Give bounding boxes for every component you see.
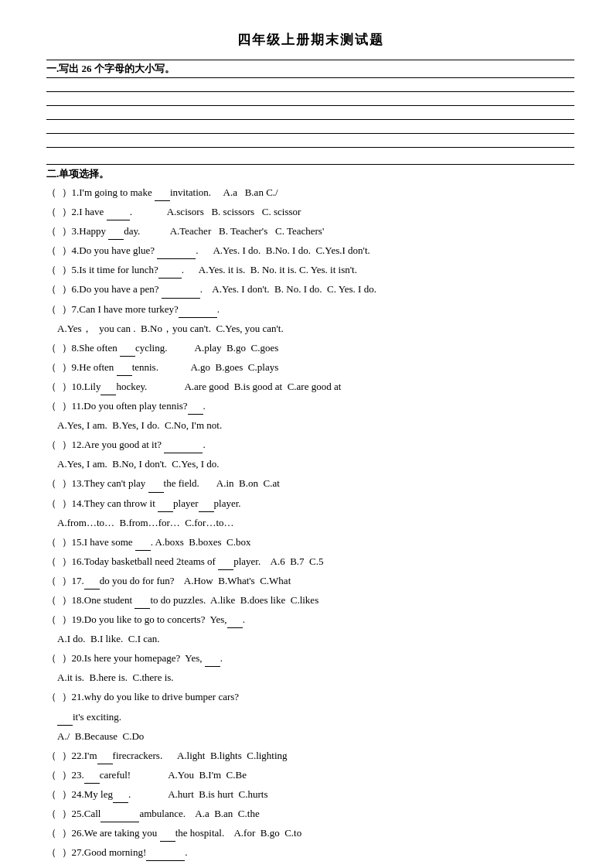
q-text: 3.Happy day. A.Teacher B. Teacher's C. T… — [72, 223, 325, 240]
q-bracket: （ ） — [46, 689, 72, 706]
q-text: 9.He often tennis. A.go B.goes C.plays — [72, 359, 279, 376]
question-20-options: A.it is. B.here is. C.there is. — [57, 669, 574, 686]
q-bracket: （ ） — [46, 281, 72, 298]
q-bracket: （ ） — [46, 436, 72, 453]
q-bracket: （ ） — [46, 223, 72, 240]
page-title: 四年级上册期末测试题 — [46, 31, 574, 49]
q-text: 7.Can I have more turkey?. — [72, 301, 220, 318]
q-bracket: （ ） — [46, 359, 72, 376]
q-bracket: （ ） — [46, 611, 72, 628]
question-1: （ ） 1.I'm going to make invitation. A.a … — [46, 184, 574, 201]
question-5: （ ） 5.Is it time for lunch?. A.Yes. it i… — [46, 261, 574, 279]
q-text: 23.careful! A.You B.I'm C.Be — [72, 767, 247, 784]
q-bracket: （ ） — [46, 261, 72, 279]
q-bracket: （ ） — [46, 378, 72, 395]
q-bracket: （ ） — [46, 825, 72, 842]
question-12-options: A.Yes, I am. B.No, I don't. C.Yes, I do. — [57, 456, 574, 473]
q-text: 5.Is it time for lunch?. A.Yes. it is. B… — [72, 261, 357, 279]
question-23: （ ） 23.careful! A.You B.I'm C.Be — [46, 767, 574, 784]
q-bracket: （ ） — [46, 650, 72, 667]
q-bracket: （ ） — [46, 747, 72, 764]
question-21: （ ） 21.why do you like to drive bumper c… — [46, 689, 574, 706]
question-14: （ ） 14.They can throw it playerplayer. — [46, 495, 574, 512]
q-bracket: （ ） — [46, 767, 72, 784]
section2-header: 二.单项选择。 — [46, 164, 574, 181]
q-text: 21.why do you like to drive bumper cars? — [72, 689, 240, 706]
q-text: 4.Do you have glue? . A.Yes. I do. B.No.… — [72, 242, 370, 259]
q-bracket: （ ） — [46, 475, 72, 492]
question-6: （ ） 6.Do you have a pen? . A.Yes. I don'… — [46, 281, 574, 298]
q-text: 6.Do you have a pen? . A.Yes. I don't. B… — [72, 281, 376, 298]
q-text: 15.I have some . A.boxs B.boxes C.box — [72, 534, 251, 551]
q-bracket: （ ） — [46, 398, 72, 415]
question-9: （ ） 9.He often tennis. A.go B.goes C.pla… — [46, 359, 574, 376]
q-text: 2.I have . A.scisors B. scissors C. scis… — [72, 203, 301, 220]
q-text: 20.Is here your homepage? Yes, . — [72, 650, 223, 667]
q-text: 24.My leg. A.hurt B.is hurt C.hurts — [72, 786, 268, 803]
question-11: （ ） 11.Do you often play tennis?. — [46, 398, 574, 415]
q-bracket: （ ） — [46, 242, 72, 259]
q-text: 26.We are taking you the hospital. A.for… — [72, 825, 302, 842]
question-18: （ ） 18.One student to do puzzles. A.like… — [46, 592, 574, 609]
section1-header: 一.写出 26 个字母的大小写。 — [46, 60, 574, 76]
q-bracket: （ ） — [46, 786, 72, 803]
q-text: 25.Callambulance. A.a B.an C.the — [72, 805, 260, 822]
q-text: 13.They can't play the field. A.in B.on … — [72, 475, 280, 492]
question-21-blank: it's exciting. — [57, 709, 574, 726]
question-10: （ ） 10.Lilyhockey. A.are good B.is good … — [46, 378, 574, 395]
question-19: （ ） 19.Do you like to go to concerts? Ye… — [46, 611, 574, 628]
question-8: （ ） 8.She often cycling. A.play B.go C.g… — [46, 340, 574, 357]
question-7-options: A.Yes， you can . B.No，you can't. C.Yes, … — [57, 320, 574, 337]
q-text: 17.do you do for fun? A.How B.What's C.W… — [72, 572, 291, 589]
q-text: 10.Lilyhockey. A.are good B.is good at C… — [72, 378, 342, 395]
q-text: 18.One student to do puzzles. A.like B.d… — [72, 592, 319, 609]
question-25: （ ） 25.Callambulance. A.a B.an C.the — [46, 805, 574, 822]
question-17: （ ） 17.do you do for fun? A.How B.What's… — [46, 572, 574, 589]
q-text: 16.Today basketball need 2teams of playe… — [72, 553, 324, 570]
question-14-options: A.from…to… B.from…for… C.for…to… — [57, 514, 574, 531]
question-15: （ ） 15.I have some . A.boxs B.boxes C.bo… — [46, 534, 574, 551]
question-27-options: A.Hello. B.Goodbye! C.Good morning! — [57, 863, 574, 868]
q-bracket: （ ） — [46, 340, 72, 357]
question-16: （ ） 16.Today basketball need 2teams of p… — [46, 553, 574, 570]
q-text: 27.Good morning!. — [72, 844, 188, 861]
q-bracket: （ ） — [46, 592, 72, 609]
question-4: （ ） 4.Do you have glue? . A.Yes. I do. B… — [46, 242, 574, 259]
question-2: （ ） 2.I have . A.scisors B. scissors C. … — [46, 203, 574, 220]
question-27: （ ） 27.Good morning!. — [46, 844, 574, 861]
q-bracket: （ ） — [46, 203, 72, 220]
question-21-options: A./ B.Because C.Do — [57, 728, 574, 745]
question-20: （ ） 20.Is here your homepage? Yes, . — [46, 650, 574, 667]
q-text: 12.Are you good at it? . — [72, 436, 206, 453]
q-text: 14.They can throw it playerplayer. — [72, 495, 241, 512]
q-bracket: （ ） — [46, 495, 72, 512]
q-text: 1.I'm going to make invitation. A.a B.an… — [72, 184, 278, 201]
question-11-options: A.Yes, I am. B.Yes, I do. C.No, I'm not. — [57, 417, 574, 434]
alphabet-lines — [46, 77, 574, 161]
q-bracket: （ ） — [46, 805, 72, 822]
questions-list: （ ） 1.I'm going to make invitation. A.a … — [46, 184, 574, 868]
question-3: （ ） 3.Happy day. A.Teacher B. Teacher's … — [46, 223, 574, 240]
q-text: 8.She often cycling. A.play B.go C.goes — [72, 340, 279, 357]
q-bracket: （ ） — [46, 184, 72, 201]
question-7: （ ） 7.Can I have more turkey?. — [46, 301, 574, 318]
q-text: 22.I'mfirecrackers. A.light B.lights C.l… — [72, 747, 288, 764]
question-22: （ ） 22.I'mfirecrackers. A.light B.lights… — [46, 747, 574, 764]
q-bracket: （ ） — [46, 301, 72, 318]
question-13: （ ） 13.They can't play the field. A.in B… — [46, 475, 574, 492]
question-19-options: A.I do. B.I like. C.I can. — [57, 630, 574, 648]
question-26: （ ） 26.We are taking you the hospital. A… — [46, 825, 574, 842]
q-bracket: （ ） — [46, 553, 72, 570]
question-24: （ ） 24.My leg. A.hurt B.is hurt C.hurts — [46, 786, 574, 803]
q-bracket: （ ） — [46, 572, 72, 589]
q-text: 11.Do you often play tennis?. — [72, 398, 206, 415]
q-text: 19.Do you like to go to concerts? Yes,. — [72, 611, 245, 628]
q-bracket: （ ） — [46, 844, 72, 861]
q-bracket: （ ） — [46, 534, 72, 551]
question-12: （ ） 12.Are you good at it? . — [46, 436, 574, 453]
